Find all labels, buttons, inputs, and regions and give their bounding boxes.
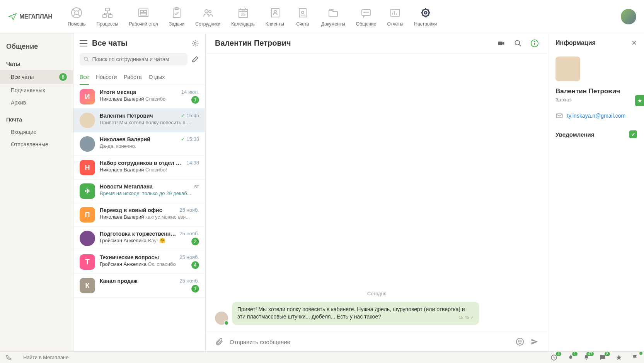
- message-input[interactable]: [230, 339, 509, 345]
- chat-title: Технические вопросы: [100, 254, 159, 260]
- attach-icon[interactable]: [215, 337, 223, 346]
- tab-news[interactable]: Новости: [96, 72, 117, 85]
- contact-email[interactable]: tylinskaya.n@gmail.com: [567, 113, 625, 119]
- message-composer: [206, 332, 548, 351]
- svg-rect-28: [299, 9, 306, 17]
- unread-badge: 4: [191, 261, 199, 269]
- message-time: 15:45 ✓: [458, 315, 474, 320]
- info-icon[interactable]: [530, 39, 539, 48]
- message-row: Привет! Мы хотели полку повесить в кабин…: [215, 302, 539, 325]
- left-sidebar: Общение Чаты Все чаты 8 Подчиненных Архи…: [0, 33, 73, 351]
- sidebar-item-sent[interactable]: Отправленные: [0, 138, 73, 151]
- chat-item[interactable]: Подготовка к торжественному ве...25 нояб…: [73, 227, 205, 250]
- nav-settings[interactable]: Настройки: [414, 7, 437, 27]
- emoji-icon[interactable]: [516, 337, 524, 346]
- chat-item[interactable]: Николаев Валерий✓ 15:38Да-да, конечно.: [73, 132, 205, 156]
- tab-rest[interactable]: Отдых: [149, 72, 165, 85]
- nav-reports[interactable]: Отчёты: [387, 7, 403, 27]
- sidebar-item-subordinates[interactable]: Подчиненных: [0, 84, 73, 96]
- svg-point-52: [518, 341, 519, 341]
- svg-rect-10: [140, 10, 143, 12]
- chat-search[interactable]: [80, 53, 187, 65]
- chat-avatar: П: [80, 207, 95, 223]
- chat-avatar: [80, 113, 95, 128]
- unread-badge: 1: [191, 285, 199, 293]
- flag-icon[interactable]: [632, 354, 639, 361]
- top-nav: МЕГАПЛАН Помощь Процессы Рабочий стол За…: [0, 0, 644, 33]
- phone-icon[interactable]: [5, 354, 12, 361]
- nav-clients[interactable]: Клиенты: [266, 7, 284, 27]
- chat-preview: Гройсман Анжелика Ок, спасибо: [100, 261, 176, 269]
- chat-title: Подготовка к торжественному ве...: [100, 231, 176, 237]
- chat-item[interactable]: ✈Новости МегапланавтВремя на исходе: тол…: [73, 180, 205, 203]
- compose-icon[interactable]: [191, 55, 199, 63]
- calendar-icon: дек25: [235, 7, 251, 19]
- svg-text:дек: дек: [242, 9, 245, 11]
- global-search[interactable]: [23, 354, 139, 360]
- nav-invoices[interactable]: Счета: [295, 7, 310, 27]
- badge: 8: [59, 73, 67, 81]
- svg-point-1: [75, 11, 78, 15]
- nav-chat[interactable]: Общение: [356, 7, 377, 27]
- nav-documents[interactable]: Документы: [321, 7, 345, 27]
- chat-time: 25 нояб.: [179, 207, 199, 213]
- svg-rect-11: [144, 10, 147, 12]
- sidebar-title: Общение: [0, 39, 73, 58]
- sidebar-item-archive[interactable]: Архив: [0, 96, 73, 109]
- svg-point-27: [274, 10, 276, 13]
- fire-icon[interactable]: 1: [567, 354, 574, 361]
- chat-preview: Николаев Валерий Спасибо!: [100, 167, 167, 173]
- nav-desktop[interactable]: Рабочий стол: [129, 7, 158, 27]
- chat-item[interactable]: ППереезд в новый офис25 нояб.Николаев Ва…: [73, 203, 205, 227]
- chat-item[interactable]: ННабор сотрудников в отдел продаж14:38Ни…: [73, 156, 205, 180]
- chat-time: 25 нояб.: [179, 231, 199, 237]
- hamburger-icon[interactable]: [80, 40, 87, 46]
- nav-calendar[interactable]: дек25 Календарь: [231, 7, 255, 27]
- chat-item[interactable]: ККанал продаж25 нояб.1: [73, 274, 205, 298]
- unread-badge: 2: [191, 238, 199, 245]
- notifications-toggle[interactable]: ✓: [629, 130, 637, 138]
- svg-line-43: [87, 60, 89, 62]
- close-icon[interactable]: ✕: [631, 39, 637, 47]
- svg-point-41: [194, 42, 196, 44]
- nav-employees[interactable]: Сотрудники: [195, 7, 220, 27]
- nav-tasks[interactable]: Задачи: [169, 7, 184, 27]
- message-icon[interactable]: 8: [599, 354, 606, 361]
- email-icon: [555, 112, 563, 120]
- nav-processes[interactable]: Процессы: [97, 7, 118, 27]
- user-avatar[interactable]: [621, 9, 636, 24]
- message-avatar[interactable]: [215, 312, 228, 325]
- address-book-icon: [267, 7, 283, 19]
- sidebar-item-all-chats[interactable]: Все чаты 8: [0, 70, 73, 84]
- chat-title: Итоги месяца: [100, 89, 136, 95]
- chat-item[interactable]: Валентин Петрович✓ 15:45Привет! Мы хотел…: [73, 109, 205, 132]
- favorite-tab[interactable]: ★: [635, 95, 644, 106]
- send-icon[interactable]: [530, 337, 539, 346]
- logo[interactable]: МЕГАПЛАН: [8, 12, 52, 21]
- settings-icon[interactable]: [191, 39, 199, 47]
- chat-item[interactable]: ИИтоги месяца14 июл.Николаев Валерий Спа…: [73, 85, 205, 109]
- message-bubble: Привет! Мы хотели полку повесить в кабин…: [232, 302, 479, 325]
- lifebuoy-icon: [69, 7, 84, 19]
- sidebar-item-inbox[interactable]: Входящие: [0, 126, 73, 138]
- svg-point-16: [209, 10, 211, 13]
- info-panel: ★ Информация ✕ Валентин Петрович Завхоз …: [548, 33, 644, 351]
- bell-icon[interactable]: 47: [583, 354, 590, 361]
- people-icon: [200, 7, 216, 19]
- chat-search-input[interactable]: [92, 56, 184, 62]
- star-icon[interactable]: [615, 354, 622, 361]
- logo-text: МЕГАПЛАН: [19, 13, 52, 20]
- chat-preview: Гройсман Анжелика Вау! 🤗: [100, 238, 165, 245]
- clock-icon[interactable]: 4: [550, 354, 557, 361]
- chat-avatar: ✈: [80, 183, 95, 199]
- svg-line-5: [78, 14, 80, 17]
- chat-title: Николаев Валерий: [100, 136, 150, 142]
- chat-list[interactable]: ИИтоги месяца14 июл.Николаев Валерий Спа…: [73, 85, 205, 351]
- chat-item[interactable]: ТТехнические вопросы25 нояб.Гройсман Анж…: [73, 250, 205, 274]
- tab-all[interactable]: Все: [80, 72, 89, 85]
- chat-title: Валентин Петрович: [100, 113, 153, 119]
- nav-help[interactable]: Помощь: [68, 7, 85, 27]
- tab-work[interactable]: Работа: [124, 72, 141, 85]
- video-call-icon[interactable]: [497, 39, 506, 48]
- search-in-chat-icon[interactable]: [514, 39, 522, 47]
